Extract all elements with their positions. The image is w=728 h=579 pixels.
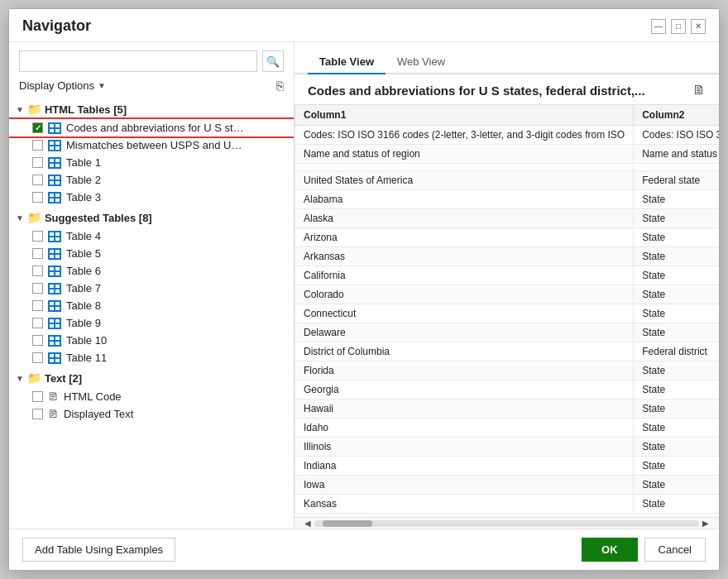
tree-item-table6[interactable]: Table 6 <box>9 262 294 280</box>
table-cell-col1: Illinois <box>295 438 634 457</box>
tree-item-codes-abbrev[interactable]: ✓ Codes and abbreviations for U S states… <box>9 119 294 136</box>
tree-item-html-code[interactable]: 🖹 HTML Code <box>9 388 294 405</box>
table-cell-col1: Connecticut <box>295 304 634 323</box>
maximize-button[interactable]: □ <box>671 19 686 34</box>
horizontal-scrollbar[interactable]: ◀ ▶ <box>295 517 719 529</box>
table-row: DelawareState <box>295 323 720 342</box>
table-header-row: Column1 Column2 <box>295 105 720 126</box>
table-row: District of ColumbiaFederal district <box>295 342 720 361</box>
cancel-button[interactable]: Cancel <box>644 538 706 562</box>
search-row: 🔍 <box>9 50 294 79</box>
tree-item-table2[interactable]: Table 2 <box>9 171 294 189</box>
table-cell-col2: Codes: ISO ISO 3 <box>634 126 719 145</box>
table-cell-col2: State <box>634 247 719 266</box>
checkbox-table3[interactable] <box>32 192 43 203</box>
search-input[interactable] <box>19 50 257 72</box>
group-html-tables-header[interactable]: ▼ 📁 HTML Tables [5] <box>9 99 294 119</box>
search-icon: 🔍 <box>266 55 280 68</box>
footer: Add Table Using Examples OK Cancel <box>9 529 719 570</box>
item-label-table9: Table 9 <box>66 317 101 329</box>
tree-item-displayed-text[interactable]: 🖹 Displayed Text <box>9 405 294 423</box>
display-options-label: Display Options <box>19 79 94 92</box>
search-button[interactable]: 🔍 <box>262 50 284 72</box>
table-row: ArkansasState <box>295 247 720 266</box>
table-container[interactable]: Column1 Column2 Codes: ISO ISO 3166 code… <box>295 104 719 517</box>
table-cell-col1: Name and status of region <box>295 145 634 164</box>
table-cell-col1 <box>295 164 634 171</box>
col1-header: Column1 <box>295 105 634 126</box>
table-cell-col1: Florida <box>295 361 634 380</box>
table-row: KansasState <box>295 495 720 514</box>
table-cell-col1: California <box>295 266 634 285</box>
table-cell-col2: State <box>634 361 719 380</box>
group-html-tables-label: HTML Tables [5] <box>45 103 127 116</box>
table-row <box>295 164 720 171</box>
download-button[interactable]: 🗎 <box>692 83 706 98</box>
tree-item-table9[interactable]: Table 9 <box>9 314 294 332</box>
table-cell-col2: Federal district <box>634 342 719 361</box>
tab-table-view[interactable]: Table View <box>308 50 386 74</box>
table-cell-col2: State <box>634 323 719 342</box>
dialog-title: Navigator <box>22 17 651 35</box>
group-suggested-tables-header[interactable]: ▼ 📁 Suggested Tables [8] <box>9 208 294 227</box>
checkbox-table2[interactable] <box>32 175 43 185</box>
scrollbar-track[interactable] <box>314 520 699 527</box>
display-options-row: Display Options ▼ ⎘ <box>9 79 294 99</box>
minimize-button[interactable]: — <box>651 19 666 34</box>
col2-header: Column2 <box>634 105 719 126</box>
table-cell-col2: State <box>634 419 719 438</box>
table-row: AlabamaState <box>295 190 720 209</box>
checkbox-mismatches[interactable] <box>32 140 43 151</box>
group-text-header[interactable]: ▼ 📁 Text [2] <box>9 368 294 388</box>
table-icon-table2 <box>48 175 61 186</box>
add-table-button[interactable]: Add Table Using Examples <box>22 538 175 562</box>
refresh-button[interactable]: ⎘ <box>276 79 284 93</box>
right-panel: Table View Web View Codes and abbreviati… <box>295 42 719 529</box>
scrollbar-thumb[interactable] <box>323 520 372 527</box>
table-cell-col1: Arizona <box>295 228 634 247</box>
table-row: FloridaState <box>295 361 720 380</box>
table-cell-col2: Federal state <box>634 171 719 190</box>
tree-item-mismatches[interactable]: Mismatches between USPS and USCG cod... <box>9 136 294 154</box>
table-cell-col1: Arkansas <box>295 247 634 266</box>
item-label-table3: Table 3 <box>66 191 101 203</box>
group-text-label: Text [2] <box>45 372 82 385</box>
table-icon-table4 <box>48 231 61 242</box>
data-table: Column1 Column2 Codes: ISO ISO 3166 code… <box>295 104 719 514</box>
scroll-right-arrow[interactable]: ▶ <box>699 519 712 528</box>
tree-item-table10[interactable]: Table 10 <box>9 332 294 349</box>
tree-item-table3[interactable]: Table 3 <box>9 189 294 206</box>
window-controls: — □ ✕ <box>651 19 706 34</box>
refresh-icon: ⎘ <box>276 79 284 93</box>
table-row: HawaiiState <box>295 400 720 419</box>
table-icon-table5 <box>48 248 61 260</box>
expand-icon-text: ▼ <box>16 374 24 383</box>
preview-title: Codes and abbreviations for U S states, … <box>308 84 692 98</box>
display-options-button[interactable]: Display Options ▼ <box>19 79 106 92</box>
scroll-left-arrow[interactable]: ◀ <box>301 519 314 528</box>
tree-item-table5[interactable]: Table 5 <box>9 245 294 262</box>
footer-right: OK Cancel <box>582 538 706 562</box>
tree-item-table8[interactable]: Table 8 <box>9 297 294 314</box>
item-label-table11: Table 11 <box>66 352 107 364</box>
table-cell-col2: State <box>634 495 719 514</box>
table-row: United States of AmericaFederal state <box>295 171 720 190</box>
tree-item-table4[interactable]: Table 4 <box>9 227 294 245</box>
tab-web-view[interactable]: Web View <box>386 50 457 74</box>
table-cell-col1: Codes: ISO ISO 3166 codes (2-letter, 3-l… <box>295 126 634 145</box>
checkbox-codes-abbrev[interactable]: ✓ <box>32 122 43 133</box>
tree-item-table7[interactable]: Table 7 <box>9 280 294 297</box>
tree-item-table1[interactable]: Table 1 <box>9 154 294 171</box>
ok-button[interactable]: OK <box>582 538 638 562</box>
table-cell-col2: State <box>634 266 719 285</box>
folder-icon: 📁 <box>27 103 41 116</box>
close-button[interactable]: ✕ <box>691 19 706 34</box>
table-cell-col1: District of Columbia <box>295 342 634 361</box>
preview-header: Codes and abbreviations for U S states, … <box>295 74 719 104</box>
tree-item-table11[interactable]: Table 11 <box>9 349 294 366</box>
table-icon-mismatches <box>48 140 61 151</box>
table-icon-codes-abbrev <box>48 122 61 134</box>
table-cell-col1: Alabama <box>295 190 634 209</box>
checkbox-table1[interactable] <box>32 157 43 168</box>
navigator-dialog: Navigator — □ ✕ 🔍 Display Options ▼ <box>8 8 720 571</box>
